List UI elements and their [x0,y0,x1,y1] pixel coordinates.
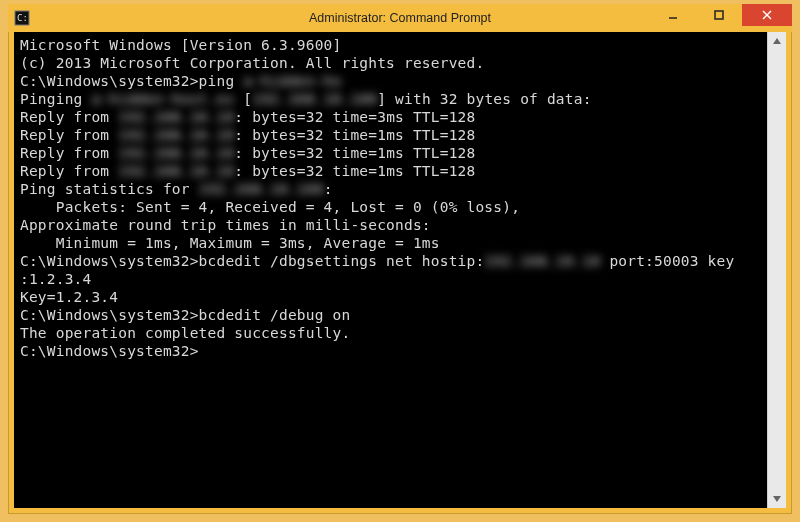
console-line: Minimum = 1ms, Maximum = 3ms, Average = … [20,234,761,252]
console-line: Ping statistics for 192.168.10.100: [20,180,761,198]
console-line: C:\Windows\system32>bcdedit /debug on [20,306,761,324]
svg-marker-6 [773,38,781,44]
window-buttons [650,4,792,26]
console-line: Pinging a-hidden-host.ex [192.168.10.100… [20,90,761,108]
close-button[interactable] [742,4,792,26]
console-line: Approximate round trip times in milli-se… [20,216,761,234]
app-icon: C: [14,10,30,26]
title-bar[interactable]: C: Administrator: Command Prompt [8,4,792,32]
console-line: Microsoft Windows [Version 6.3.9600] [20,36,761,54]
console-line: Packets: Sent = 4, Received = 4, Lost = … [20,198,761,216]
svg-text:C:: C: [17,13,28,23]
console-line: :1.2.3.4 [20,270,761,288]
svg-marker-7 [773,496,781,502]
console-line: Reply from 192.168.10.10: bytes=32 time=… [20,108,761,126]
svg-rect-3 [715,11,723,19]
maximize-button[interactable] [696,4,742,26]
console-line: Reply from 192.168.10.10: bytes=32 time=… [20,162,761,180]
console-line: The operation completed successfully. [20,324,761,342]
console-line: Key=1.2.3.4 [20,288,761,306]
console-line: C:\Windows\system32>bcdedit /dbgsettings… [20,252,761,270]
minimize-button[interactable] [650,4,696,26]
vertical-scrollbar[interactable] [767,32,786,508]
console-line: (c) 2013 Microsoft Corporation. All righ… [20,54,761,72]
console-line: Reply from 192.168.10.10: bytes=32 time=… [20,144,761,162]
scroll-down-button[interactable] [768,490,786,508]
scroll-track[interactable] [768,50,786,490]
console-line: C:\Windows\system32> [20,342,761,360]
window-frame: C: Administrator: Command Prompt Microso… [8,4,792,514]
console-line: C:\Windows\system32>ping a-hidden-ho [20,72,761,90]
client-area: Microsoft Windows [Version 6.3.9600](c) … [14,32,786,508]
console-output[interactable]: Microsoft Windows [Version 6.3.9600](c) … [14,32,767,508]
console-line: Reply from 192.168.10.10: bytes=32 time=… [20,126,761,144]
scroll-up-button[interactable] [768,32,786,50]
